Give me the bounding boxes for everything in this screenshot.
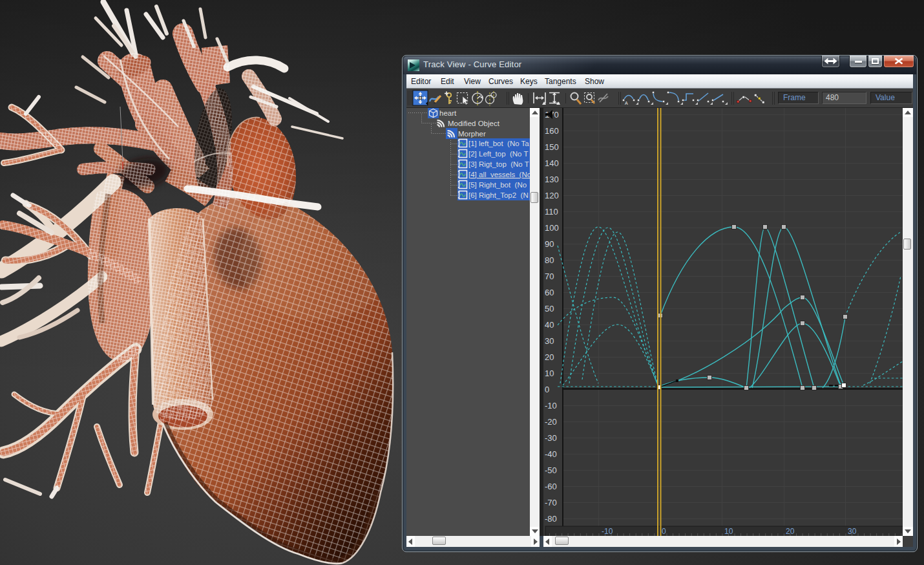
svg-text:0: 0 [662,527,666,536]
svg-text:heart: heart [439,109,457,117]
svg-text:120: 120 [545,191,559,200]
svg-text:-20: -20 [545,417,557,427]
svg-text:30: 30 [848,527,857,536]
svg-text:90: 90 [545,239,554,249]
svg-text:150: 150 [545,142,559,152]
svg-text:-10: -10 [602,527,613,536]
svg-text:-10: -10 [545,401,557,410]
svg-text:[5] Right_bot (No: [5] Right_bot (No [468,181,527,189]
svg-text:[2] Left_top (No T: [2] Left_top (No T [468,150,528,158]
svg-text:20: 20 [786,527,795,536]
svg-text:30: 30 [545,336,554,346]
svg-text:50: 50 [545,304,554,314]
svg-text:70: 70 [545,272,554,281]
svg-text:40: 40 [545,320,554,330]
svg-text:10: 10 [545,368,554,378]
svg-text:130: 130 [545,175,559,184]
svg-text:[3] Rigt_top (No T: [3] Rigt_top (No T [468,160,529,168]
svg-text:60: 60 [545,288,554,297]
svg-text:[4] all_vessels (No: [4] all_vessels (No [468,171,530,178]
svg-text:100: 100 [545,223,559,233]
svg-text:-40: -40 [545,449,557,459]
svg-text:110: 110 [545,207,558,217]
svg-text:-80: -80 [545,514,557,524]
svg-text:20: 20 [545,352,554,362]
svg-text:140: 140 [545,158,559,168]
svg-text:Modified Object: Modified Object [448,120,500,127]
svg-text:-30: -30 [545,433,557,443]
svg-text:[6] Right_Top2 (N: [6] Right_Top2 (N [468,191,529,199]
svg-text:[1] left_bot (No Ta: [1] left_bot (No Ta [468,140,529,147]
svg-text:Morpher: Morpher [458,130,486,138]
svg-text:0: 0 [545,385,549,394]
svg-text:A: A [625,101,628,105]
svg-text:-70: -70 [545,498,557,507]
svg-text:-50: -50 [545,465,557,475]
svg-text:-60: -60 [545,482,557,491]
svg-text:10: 10 [724,527,733,536]
svg-text:80: 80 [545,255,554,265]
svg-text:160: 160 [545,126,559,136]
